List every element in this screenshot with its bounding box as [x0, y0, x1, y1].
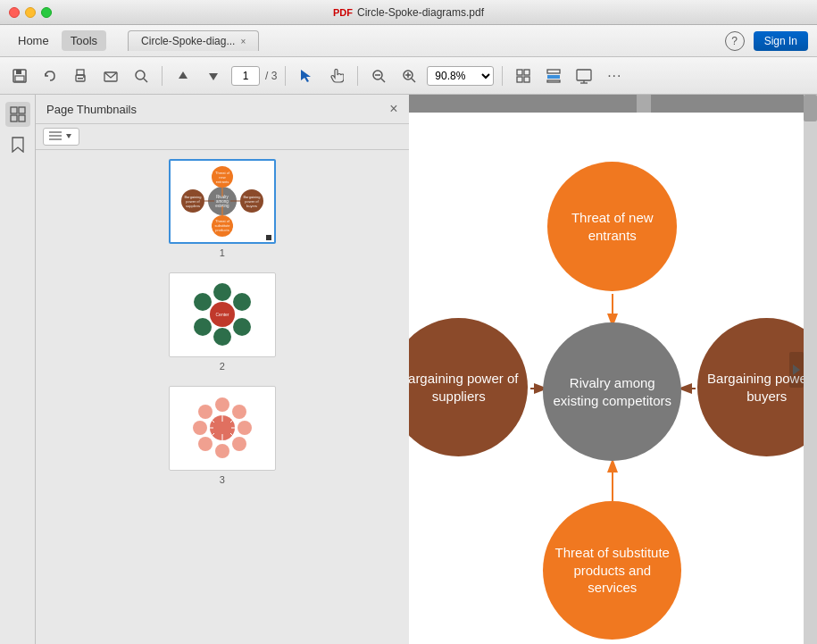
- scrollbar-thumb[interactable]: [804, 95, 817, 121]
- scrollbar[interactable]: [804, 95, 817, 644]
- window-title: PDF Circle-Spoke-diagrams.pdf: [333, 6, 484, 19]
- svg-rect-22: [517, 77, 522, 82]
- minimize-window-button[interactable]: [25, 7, 36, 18]
- svg-point-8: [136, 71, 145, 79]
- thumbnail-number-1: 1: [220, 247, 225, 258]
- svg-point-64: [233, 293, 251, 311]
- sidebar-panel: Page Thumbnails × Rivalry among existing: [36, 95, 409, 644]
- svg-line-19: [412, 79, 415, 82]
- undo-button[interactable]: [38, 63, 63, 88]
- tools-menu[interactable]: Tools: [62, 30, 106, 51]
- svg-point-77: [193, 421, 207, 435]
- svg-rect-4: [77, 70, 84, 75]
- svg-point-73: [238, 421, 252, 435]
- save-button[interactable]: [7, 63, 32, 88]
- svg-point-68: [194, 293, 212, 311]
- zoom-select[interactable]: 90.8%: [427, 66, 494, 86]
- top-circle: Threat of new entrants: [547, 162, 677, 291]
- sidebar-header: Page Thumbnails ×: [36, 95, 409, 124]
- svg-point-65: [233, 318, 251, 336]
- window-title-text: Circle-Spoke-diagrams.pdf: [357, 6, 484, 19]
- view-options-button[interactable]: [43, 128, 79, 146]
- page-total: / 3: [265, 70, 277, 82]
- title-bar: PDF Circle-Spoke-diagrams.pdf: [0, 0, 817, 25]
- help-button[interactable]: ?: [725, 31, 745, 51]
- svg-rect-20: [517, 70, 522, 75]
- separator-3: [357, 66, 358, 86]
- scroll-mode-button[interactable]: [541, 63, 566, 88]
- svg-rect-23: [524, 77, 529, 82]
- svg-text:Center: Center: [215, 312, 229, 317]
- menu-bar: Home Tools Circle-Spoke-diag... × ? Sign…: [0, 25, 817, 57]
- svg-rect-1: [16, 70, 21, 74]
- svg-point-74: [232, 437, 246, 451]
- bottom-circle: Threat of substitute products and servic…: [543, 501, 681, 640]
- traffic-lights: [9, 7, 52, 18]
- svg-marker-92: [793, 364, 800, 375]
- sidebar-close-button[interactable]: ×: [389, 102, 397, 116]
- document-tab[interactable]: Circle-Spoke-diag... ×: [128, 30, 259, 51]
- cursor-tool-button[interactable]: [294, 63, 319, 88]
- pdf-page: Rivalry among existing competitors Threa…: [409, 113, 818, 644]
- sidebar-toolbar: [36, 124, 409, 150]
- svg-point-63: [213, 283, 231, 301]
- presentation-button[interactable]: [571, 63, 596, 88]
- left-circle: Bargaining power of suppliers: [409, 318, 529, 456]
- more-tools-button[interactable]: ···: [602, 63, 627, 88]
- right-scroll-arrow[interactable]: [789, 352, 804, 388]
- sidebar-icons: [0, 95, 36, 644]
- svg-rect-32: [11, 115, 17, 121]
- next-page-button[interactable]: [201, 63, 226, 88]
- sign-in-button[interactable]: Sign In: [754, 31, 808, 51]
- tab-bar: Circle-Spoke-diag... ×: [128, 30, 259, 51]
- svg-rect-21: [524, 70, 529, 75]
- bookmarks-icon[interactable]: [5, 132, 30, 157]
- zoom-out-button[interactable]: [366, 63, 391, 88]
- thumbnails-icon[interactable]: [5, 102, 30, 127]
- svg-point-78: [198, 405, 213, 419]
- svg-rect-5: [78, 78, 83, 79]
- email-button[interactable]: [98, 63, 123, 88]
- svg-text:suppliers: suppliers: [186, 204, 200, 208]
- svg-point-76: [198, 437, 213, 451]
- svg-marker-12: [301, 70, 311, 82]
- separator-2: [285, 66, 286, 86]
- svg-line-9: [144, 79, 147, 82]
- diagram: Rivalry among existing competitors Threa…: [409, 126, 818, 644]
- toolbar: 1 / 3 90.8% ···: [0, 57, 817, 95]
- svg-rect-2: [15, 76, 24, 81]
- home-menu[interactable]: Home: [9, 30, 58, 51]
- prev-page-button[interactable]: [171, 63, 196, 88]
- thumbnail-number-3: 3: [220, 474, 225, 485]
- close-window-button[interactable]: [9, 7, 20, 18]
- svg-point-6: [83, 76, 85, 78]
- maximize-window-button[interactable]: [41, 7, 52, 18]
- thumbnail-frame-1: Rivalry among existing Threat of new ent…: [169, 159, 276, 244]
- zoom-in-button[interactable]: [396, 63, 421, 88]
- svg-line-15: [381, 79, 385, 82]
- svg-point-71: [215, 397, 229, 412]
- svg-rect-26: [547, 80, 560, 82]
- search-button[interactable]: [129, 63, 154, 88]
- thumbnail-2[interactable]: Center 2: [169, 272, 276, 372]
- hand-tool-button[interactable]: [324, 63, 349, 88]
- tab-close-button[interactable]: ×: [240, 37, 246, 46]
- page-number-input[interactable]: 1: [231, 66, 260, 86]
- pdf-icon: PDF: [333, 7, 353, 18]
- thumbnail-1[interactable]: Rivalry among existing Threat of new ent…: [169, 159, 276, 258]
- fit-page-button[interactable]: [511, 63, 536, 88]
- thumbnail-3[interactable]: 3: [169, 386, 276, 485]
- svg-text:buyers: buyers: [246, 204, 257, 208]
- svg-rect-25: [547, 75, 560, 79]
- thumbnail-frame-3: [169, 386, 276, 471]
- svg-point-67: [194, 318, 212, 336]
- svg-rect-27: [577, 70, 591, 80]
- svg-rect-33: [19, 115, 25, 121]
- print-button[interactable]: [68, 63, 93, 88]
- svg-text:entrants: entrants: [216, 180, 229, 184]
- thumbnail-number-2: 2: [220, 361, 225, 372]
- svg-rect-31: [19, 107, 25, 113]
- separator-4: [502, 66, 503, 86]
- separator-1: [162, 66, 163, 86]
- svg-point-75: [215, 444, 229, 458]
